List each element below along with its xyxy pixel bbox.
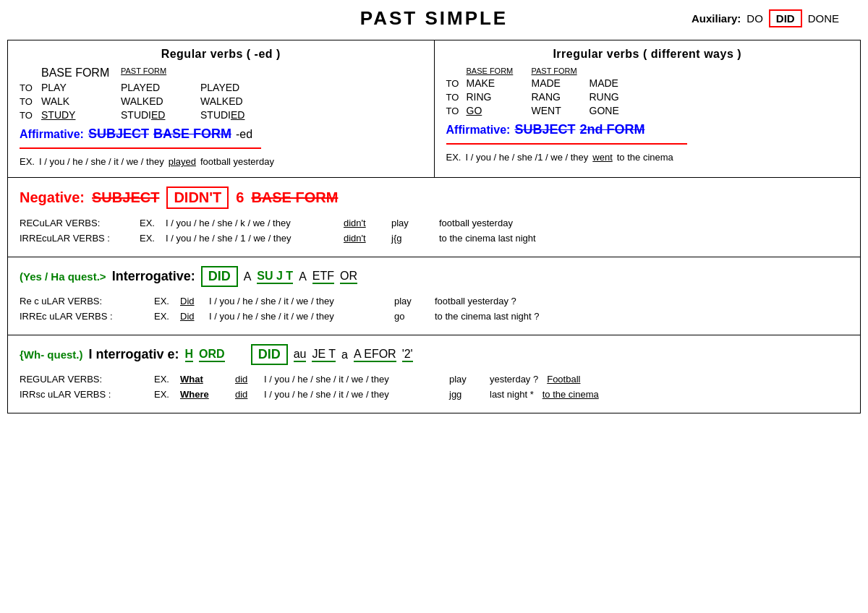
negative-title-row: Negative: SUBJECT DIDN'T 6 BASE FORM — [20, 187, 848, 209]
neg-rest: to the cinema last night — [439, 233, 536, 244]
to-label: TO — [20, 82, 41, 93]
pp-form: PLAYED — [200, 82, 280, 93]
neg-didnt-underline: didn't — [344, 233, 387, 244]
table-row: TO GO WENT GONE — [446, 105, 849, 116]
main-container: Regular verbs ( -ed ) BASE FORM PAST FOR… — [7, 40, 861, 413]
pp-form: WALKED — [200, 95, 280, 107]
past-form: PLAYED — [121, 82, 200, 93]
regular-verbs-title: Regular verbs ( -ed ) — [20, 48, 422, 61]
inter-rest: football yesterday ? — [435, 296, 516, 306]
inter-did-underline: Did — [180, 311, 205, 322]
red-separator-irr — [446, 143, 688, 145]
neg-regular-row: RECuLAR VERBS: EX. I / you / he / she / … — [20, 218, 848, 228]
wh-obj: Football — [547, 374, 580, 385]
irr-aff-subject: SUBJECT — [514, 122, 575, 137]
wh-ex: EX. — [154, 389, 176, 400]
top-section: Regular verbs ( -ed ) BASE FORM PAST FOR… — [8, 40, 860, 178]
past-form: RANG — [532, 91, 590, 103]
wh-did: DID — [251, 344, 288, 365]
neg-type: IRREcuLAR VERBS : — [20, 233, 135, 244]
wh-label: {Wh- quest.) — [20, 348, 83, 361]
neg-verb: play — [391, 218, 435, 228]
neg-didnt-underline: didn't — [344, 218, 387, 228]
aff-baseform: BASE FORM — [153, 127, 231, 142]
neg-didnt: DIDN'T — [166, 187, 229, 209]
inter-yes-label: (Yes / Ha quest.> — [20, 270, 106, 283]
irregular-verbs-title: Irregular verbs ( different ways ) — [446, 48, 849, 61]
ex-pronouns: I / you / he / she / it / we / they — [39, 156, 164, 167]
wh-obj: to the cinema — [542, 389, 599, 400]
aux-do: DO — [746, 12, 763, 25]
inter-a1: A — [244, 270, 252, 283]
reg-past-header: PAST FORM — [121, 67, 208, 80]
irr-aff-2ndform: 2nd FORM — [579, 122, 644, 137]
regular-example-row: EX. I / you / he / she / it / we / they … — [20, 156, 422, 167]
base-form: RING — [467, 91, 532, 103]
inter-verb: play — [394, 296, 430, 306]
inter-regular-row: Re c uLAR VERBS: EX. Did I / you / he / … — [20, 296, 848, 306]
inter-pronouns: I / you / he / she / it / we / they — [209, 311, 390, 322]
wh-type: IRRsc uLAR VERBS : — [20, 389, 150, 400]
ex-verb: played — [169, 156, 196, 167]
past-form: STUDIED — [121, 109, 200, 121]
inter-ex: EX. — [154, 311, 176, 322]
neg-pronouns: I / you / he / she / 1 / we / they — [166, 233, 339, 244]
inter-a2: A — [299, 270, 307, 283]
negative-section: Negative: SUBJECT DIDN'T 6 BASE FORM REC… — [8, 178, 860, 257]
table-row: TO RING RANG RUNG — [446, 91, 849, 103]
irr-ex-pronouns: I / you / he / she /1 / we / they — [465, 152, 588, 163]
neg-verb: j{g — [391, 233, 435, 244]
wh-ord: ORD — [199, 348, 225, 362]
base-form: MAKE — [467, 77, 532, 89]
reg-col-headers: BASE FORM PAST FORM — [20, 67, 422, 80]
to-label: TO — [446, 78, 467, 89]
neg-subject: SUBJECT — [92, 189, 159, 206]
neg-type: RECuLAR VERBS: — [20, 218, 135, 228]
pp-form: MADE — [590, 77, 618, 89]
neg-6: 6 — [236, 189, 244, 206]
inter-etf: ETF — [312, 270, 334, 284]
wh-rest: yesterday ? — [490, 374, 538, 385]
negative-label: Negative: — [20, 189, 85, 206]
ex-label: EX. — [446, 152, 461, 163]
inter-title-row: (Yes / Ha quest.> Interrogative: DID A S… — [20, 266, 848, 287]
inter-rest: to the cinema last night ? — [435, 311, 540, 322]
inter-type: IRREc uLAR VERBS : — [20, 311, 150, 322]
ex-rest: football yesterday — [200, 156, 274, 167]
past-form: WENT — [532, 105, 590, 116]
aux-done: DONE — [808, 12, 839, 25]
table-row: TO STUDY STUDIED STUDIED — [20, 109, 422, 121]
wh-rest: last night * — [490, 389, 534, 400]
wh-2: '2' — [402, 348, 413, 362]
wh-au: au — [294, 348, 307, 362]
to-label: TO — [20, 110, 41, 121]
to-label: TO — [446, 92, 467, 103]
table-row: TO PLAY PLAYED PLAYED — [20, 82, 422, 93]
red-separator — [20, 147, 261, 149]
neg-baseform: BASE FORM — [251, 189, 338, 206]
inter-irregular-row: IRREc uLAR VERBS : EX. Did I / you / he … — [20, 311, 848, 322]
pp-form: RUNG — [590, 91, 619, 103]
wh-aefor: A EFOR — [354, 348, 396, 362]
neg-rest: football yesterday — [439, 218, 513, 228]
neg-ex: EX. — [140, 218, 161, 228]
wh-regular-row: REGULAR VERBS: EX. What did I / you / he… — [20, 374, 848, 385]
ex-label: EX. — [20, 156, 35, 167]
aff-subject: SUBJECT — [88, 127, 149, 142]
wh-section: {Wh- quest.) I nterrogativ e: H ORD DID … — [8, 335, 860, 413]
wh-pronouns: I / you / he / she / it / we / they — [264, 389, 445, 400]
past-form: MADE — [532, 77, 590, 89]
to-label: TO — [446, 106, 467, 116]
aux-did: DID — [769, 9, 802, 27]
pp-form: GONE — [590, 105, 619, 116]
base-form: WALK — [41, 95, 121, 107]
table-row: TO MAKE MADE MADE — [446, 77, 849, 89]
base-form: PLAY — [41, 82, 121, 93]
neg-irregular-row: IRREcuLAR VERBS : EX. I / you / he / she… — [20, 233, 848, 244]
wh-type: REGULAR VERBS: — [20, 374, 150, 385]
page-title: PAST SIMPLE — [360, 7, 508, 30]
wh-word: What — [180, 374, 231, 385]
reg-base-header: BASE FORM — [41, 67, 121, 80]
wh-inter-label: I nterrogativ e: — [89, 347, 179, 362]
wh-a: a — [341, 348, 348, 361]
